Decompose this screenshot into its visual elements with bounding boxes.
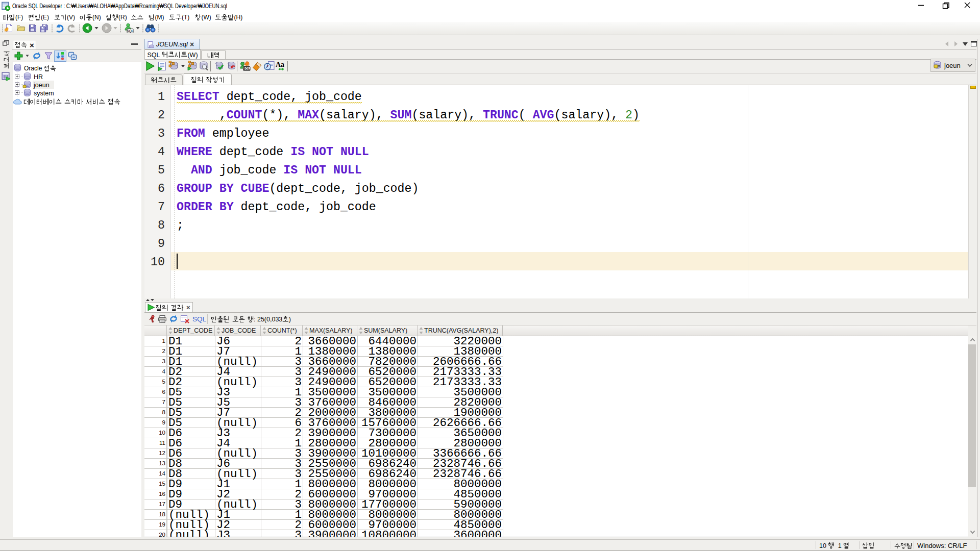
svg-text:Aa: Aa (276, 61, 284, 68)
svg-text:SQL: SQL (127, 29, 133, 33)
svg-text:SOL: SOL (243, 67, 250, 70)
